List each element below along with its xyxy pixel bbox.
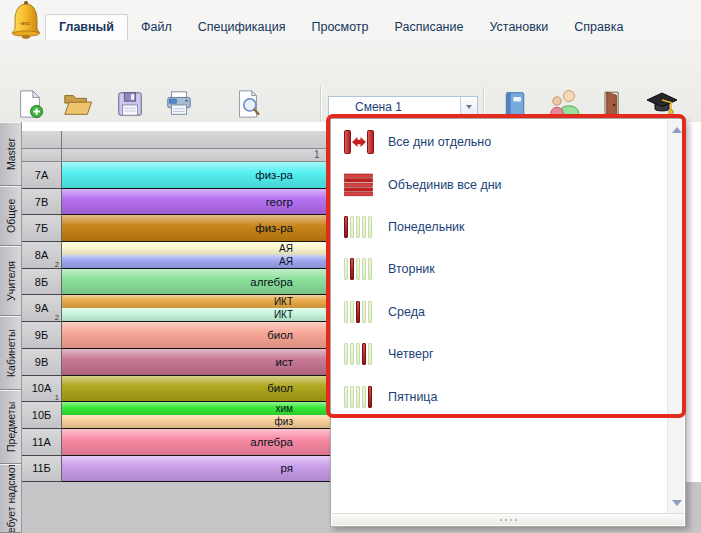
menu-tab-5[interactable]: Расписание [382,15,477,40]
dropdown-item-3[interactable]: Понедельник [332,206,666,248]
menu-tab-1[interactable]: Главный [45,14,128,40]
left-tab-strip: MasterОбщееУчителяКабинетыПредметыТребуе… [0,122,22,533]
class-label[interactable]: 8Б [22,269,62,296]
class-label[interactable]: 7А [22,162,62,189]
day-icon [344,258,374,280]
period-number: 1 [314,149,320,160]
classes-people-icon [548,86,582,122]
dropdown-item-5[interactable]: Среда [332,291,666,333]
combobox-value: Смена 1 [329,100,460,114]
lesson-subject: ря [281,462,294,474]
menu-tab-7[interactable]: Справка [561,15,636,40]
asc-bell-logo-icon: -asc [8,1,44,39]
lesson-subject: ИКТ [274,309,293,320]
day-icon [344,386,374,408]
svg-text:-asc: -asc [19,20,30,26]
corner-header-cell [22,149,62,162]
scroll-up-arrow-icon[interactable] [668,122,685,138]
lesson-subject: физ [275,416,293,427]
menu-tab-6[interactable]: Установки [476,15,561,40]
rooms-door-icon [598,86,626,122]
title-bar: -asc ГлавныйФайлСпецификацияПросмотрРасп… [0,0,701,40]
lesson-subject: ист [276,356,293,368]
lesson-subject: физ-ра [255,169,293,181]
dropdown-item-label: Объединив все дни [388,178,502,192]
dropdown-resize-grip[interactable] [332,513,684,525]
open-folder-icon [61,86,93,122]
dropdown-item-label: Четверг [388,347,434,361]
dropdown-item-2[interactable]: Объединив все дни [332,163,666,205]
dropdown-item-6[interactable]: Четверг [332,333,666,375]
lesson-subject: геогр [266,196,293,208]
menubar: ГлавныйФайлСпецификацияПросмотрРасписани… [45,13,636,40]
print-icon [164,86,194,122]
class-sublabel: 2 [55,313,59,322]
lesson-subject: АЯ [279,243,293,254]
class-label[interactable]: 8А2 [22,242,62,269]
menu-tab-4[interactable]: Просмотр [298,15,381,40]
dropdown-item-label: Пятница [388,390,437,404]
class-label[interactable]: 10Б [22,402,62,429]
dropdown-item-7[interactable]: Пятница [332,375,666,417]
class-label[interactable]: 11Б [22,456,62,483]
day-icon [344,343,374,365]
class-label[interactable]: 9Б [22,322,62,349]
class-label[interactable]: 11А [22,429,62,456]
ribbon: Новый...Ctrl+NОткрытьСохранитьПечатьПред… [0,40,701,122]
sidebar-tab-1[interactable]: Master [0,122,21,186]
class-sublabel: 2 [55,260,59,269]
dropdown-item-label: Понедельник [388,220,465,234]
subjects-book-icon [501,86,529,122]
corner-header-cell [22,131,62,149]
print-preview-icon [233,86,263,122]
class-label[interactable]: 7В [22,189,62,216]
day-icon [344,216,374,238]
combobox-dropdown-button[interactable] [460,97,477,116]
main-area: MasterОбщееУчителяКабинетыПредметыТребуе… [0,122,701,533]
day-dropdown-items: Все дни отдельноОбъединив все дниПонедел… [332,121,666,418]
day-dropdown-panel: Все дни отдельноОбъединив все дниПонедел… [330,118,686,527]
sidebar-tab-6[interactable]: Требует надсмотра [0,464,21,533]
teachers-cap-icon [645,86,679,122]
lesson-subject: алгебра [250,436,293,448]
dropdown-item-label: Все дни отдельно [388,135,491,149]
days-separate-icon [344,130,374,154]
class-label[interactable]: 10А1 [22,376,62,403]
lesson-subject: АЯ [279,256,293,267]
menu-tab-2[interactable]: Файл [128,15,185,40]
lesson-subject: алгебра [250,276,293,288]
class-label[interactable]: 9А2 [22,295,62,322]
save-icon [115,86,145,122]
sidebar-tab-3[interactable]: Учителя [0,246,21,316]
class-sublabel: 1 [55,393,59,402]
sidebar-tab-2[interactable]: Общее [0,186,21,246]
lesson-subject: физ-ра [255,222,293,234]
menu-tab-3[interactable]: Спецификация [185,15,299,40]
class-label[interactable]: 7Б [22,215,62,242]
new-document-icon [15,86,45,122]
dropdown-item-label: Среда [388,305,425,319]
class-label[interactable]: 9В [22,349,62,376]
scroll-down-arrow-icon[interactable] [668,495,685,511]
lesson-subject: хим [276,403,293,414]
dropdown-item-label: Вторник [388,262,435,276]
dropdown-item-4[interactable]: Вторник [332,248,666,290]
combobox-1[interactable]: Смена 1 [328,96,478,117]
day-icon [344,301,374,323]
lesson-subject: ИКТ [274,296,293,307]
sidebar-tab-5[interactable]: Предметы [0,390,21,464]
dropdown-scrollbar[interactable] [667,120,684,513]
lesson-subject: биол [267,329,293,341]
sidebar-tab-4[interactable]: Кабинеты [0,316,21,390]
dropdown-item-1[interactable]: Все дни отдельно [332,121,666,163]
lesson-subject: биол [267,382,293,394]
days-merged-icon [344,173,374,197]
